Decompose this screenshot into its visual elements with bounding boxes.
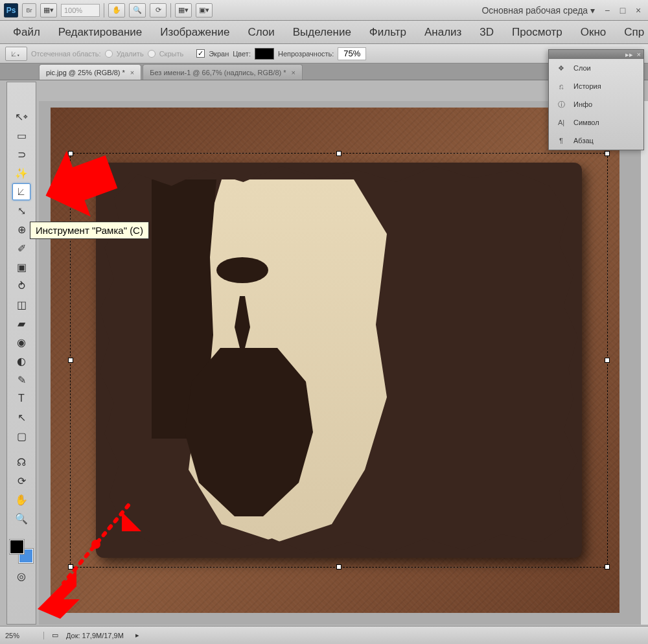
- delete-label: Удалить: [117, 50, 144, 58]
- annotation-arrow-bottom: [31, 492, 141, 622]
- menu-help[interactable]: Спра: [615, 23, 644, 41]
- menu-3d[interactable]: 3D: [470, 23, 503, 41]
- history-icon: ⎌: [555, 80, 567, 92]
- layers-icon: ❖: [555, 62, 567, 74]
- eraser-tool[interactable]: ◫: [12, 296, 30, 313]
- menu-window[interactable]: Окно: [572, 23, 616, 41]
- blur-tool[interactable]: ◉: [12, 334, 30, 351]
- close-button[interactable]: ×: [632, 5, 644, 16]
- menu-image[interactable]: Изображение: [151, 23, 238, 41]
- rotate-tool-button[interactable]: ⟳: [150, 3, 167, 17]
- panel-close-icon[interactable]: ×: [637, 51, 641, 58]
- svg-point-2: [91, 540, 100, 549]
- status-doc-icon[interactable]: ▭: [52, 631, 58, 639]
- crop-handle-tr[interactable]: [605, 151, 610, 156]
- panel-label: Символ: [573, 119, 599, 126]
- crop-tool[interactable]: ⟀: [12, 183, 30, 200]
- workspace-switcher[interactable]: Основная рабочая среда ▾: [481, 5, 595, 16]
- panel-layers[interactable]: ❖Слои: [549, 59, 643, 77]
- move-tool[interactable]: ↖✥: [12, 108, 30, 125]
- hide-radio[interactable]: [148, 50, 156, 58]
- svg-marker-3: [38, 570, 80, 619]
- menu-view[interactable]: Просмотр: [503, 23, 572, 41]
- delete-radio[interactable]: [105, 50, 113, 58]
- menu-filter[interactable]: Фильтр: [360, 23, 415, 41]
- color-swatches[interactable]: [10, 540, 33, 563]
- rotate-view-tool[interactable]: ⟳: [12, 472, 30, 489]
- tab-pic-jpg[interactable]: pic.jpg @ 25% (RGB/8) * ×: [39, 64, 141, 80]
- panel-history[interactable]: ⎌История: [549, 77, 643, 95]
- tab-untitled-1[interactable]: Без имени-1 @ 66,7% (надпись, RGB/8) * ×: [143, 64, 303, 80]
- view-mode-button[interactable]: ▦▾: [40, 3, 57, 17]
- crop-handle-br[interactable]: [605, 564, 610, 569]
- foreground-color-swatch[interactable]: [10, 540, 24, 554]
- hand-tool-button[interactable]: ✋: [108, 3, 125, 17]
- screen-mode-button[interactable]: ▣▾: [196, 3, 213, 17]
- tab-label: Без имени-1 @ 66,7% (надпись, RGB/8) *: [150, 69, 286, 76]
- bridge-logo-icon[interactable]: Br: [22, 3, 36, 17]
- menu-file[interactable]: Файл: [4, 23, 49, 41]
- shape-tool[interactable]: ▢: [12, 428, 30, 444]
- history-brush-tool[interactable]: ⥁: [12, 277, 30, 294]
- crop-handle-tm[interactable]: [336, 151, 341, 156]
- status-menu-arrow[interactable]: ▸: [135, 631, 139, 639]
- status-bar: 25% ▭ Док: 17,9M/17,9M ▸: [0, 626, 648, 644]
- hand-tool[interactable]: ✋: [12, 491, 30, 508]
- zoom-tool-button[interactable]: 🔍: [129, 3, 146, 17]
- crop-handle-ml[interactable]: [68, 358, 73, 363]
- crop-handle-bm[interactable]: [336, 564, 341, 569]
- 3d-tool[interactable]: ☊: [12, 454, 30, 470]
- crop-tool-tooltip: Инструмент "Рамка" (C): [30, 222, 149, 239]
- crop-marquee[interactable]: [70, 153, 608, 568]
- type-tool[interactable]: T: [12, 390, 30, 407]
- gradient-tool[interactable]: ▰: [12, 315, 30, 332]
- svg-marker-0: [45, 139, 123, 220]
- tab-close-icon[interactable]: ×: [292, 69, 295, 76]
- collapse-icon[interactable]: ▸▸: [625, 51, 633, 59]
- quickmask-button[interactable]: ◎: [12, 568, 30, 584]
- maximize-button[interactable]: □: [617, 5, 629, 16]
- tab-close-icon[interactable]: ×: [130, 69, 134, 76]
- screen-label: Экран: [209, 50, 229, 58]
- stamp-tool[interactable]: ▣: [12, 259, 30, 275]
- menu-select[interactable]: Выделение: [284, 23, 360, 41]
- panel-info[interactable]: ⓘИнфо: [549, 95, 643, 113]
- minimize-button[interactable]: −: [601, 5, 613, 16]
- wand-tool[interactable]: ✨: [12, 165, 30, 181]
- screen-checkbox[interactable]: ✓: [196, 49, 205, 58]
- info-icon: ⓘ: [555, 98, 567, 110]
- brush-tool[interactable]: ✐: [12, 240, 30, 257]
- app-topbar: Ps Br ▦▾ 100% ✋ 🔍 ⟳ ▦▾ ▣▾ Основная рабоч…: [0, 0, 648, 21]
- shield-color-swatch[interactable]: [255, 48, 274, 60]
- zoom-tool[interactable]: 🔍: [12, 510, 30, 527]
- lasso-tool[interactable]: ⊃: [12, 146, 30, 163]
- zoom-display[interactable]: 100%: [61, 4, 100, 17]
- opacity-input[interactable]: [338, 47, 366, 60]
- ps-logo-icon: Ps: [4, 3, 18, 17]
- tab-label: pic.jpg @ 25% (RGB/8) *: [46, 69, 125, 76]
- panels-dock: ▸▸× ❖Слои ⎌История ⓘИнфо A|Символ ¶Абзац: [548, 49, 644, 150]
- crop-tool-preset-icon[interactable]: ⟀▾: [5, 47, 27, 61]
- menu-edit[interactable]: Редактирование: [49, 23, 152, 41]
- opacity-label: Непрозрачность:: [278, 50, 334, 58]
- arrange-button[interactable]: ▦▾: [175, 3, 192, 17]
- healing-tool[interactable]: ⊕: [12, 221, 30, 238]
- panel-header[interactable]: ▸▸×: [549, 50, 643, 59]
- eyedropper-tool[interactable]: ⤡: [12, 202, 30, 219]
- menubar: Файл Редактирование Изображение Слои Выд…: [0, 21, 648, 44]
- marquee-tool[interactable]: ▭: [12, 127, 30, 144]
- panel-label: История: [573, 82, 601, 90]
- pen-tool[interactable]: ✎: [12, 371, 30, 388]
- status-zoom[interactable]: 25%: [5, 632, 44, 639]
- paragraph-icon: ¶: [555, 135, 567, 146]
- menu-analysis[interactable]: Анализ: [415, 23, 470, 41]
- menu-layer[interactable]: Слои: [238, 23, 283, 41]
- dodge-tool[interactable]: ◐: [12, 352, 30, 369]
- vertical-scrollbar[interactable]: [640, 101, 648, 625]
- crop-handle-mr[interactable]: [605, 358, 610, 363]
- panel-label: Слои: [573, 64, 591, 72]
- panel-paragraph[interactable]: ¶Абзац: [549, 132, 643, 150]
- panel-character[interactable]: A|Символ: [549, 113, 643, 132]
- path-select-tool[interactable]: ↖: [12, 409, 30, 426]
- separator: [104, 3, 104, 17]
